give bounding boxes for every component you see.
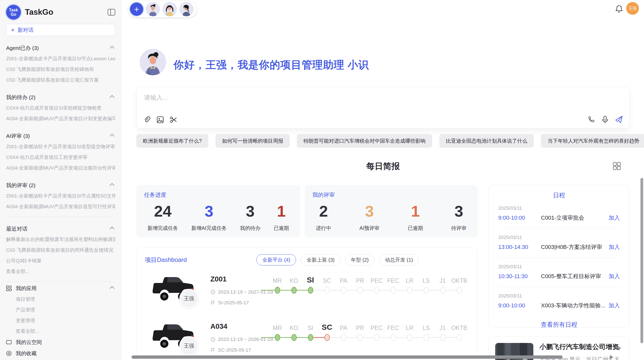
milestone-dot bbox=[407, 287, 412, 294]
milestone[interactable]: LR bbox=[401, 321, 418, 342]
sidebar-item[interactable]: Z001-全新燃油皮卡产品开发项目SI节点Lesson Learn报告 bbox=[6, 53, 115, 64]
filter-chip[interactable]: 年型 (2) bbox=[345, 254, 374, 265]
scroll-down-arrow[interactable] bbox=[617, 347, 621, 351]
chat-input-card[interactable]: 请输入... bbox=[136, 87, 630, 128]
chat-input-placeholder[interactable]: 请输入... bbox=[144, 94, 168, 102]
sidebar-section-header[interactable]: Agent已办 (3) bbox=[6, 43, 115, 53]
suggestion-chip[interactable]: 比亚迪全固态电池计划具体说了什么 bbox=[439, 134, 534, 148]
horizontal-scrollbar-thumb[interactable] bbox=[131, 355, 563, 359]
app-logo[interactable]: Task Go bbox=[6, 5, 21, 20]
filter-chip[interactable]: 全新上装 (3) bbox=[301, 254, 340, 265]
milestone[interactable]: MR bbox=[269, 321, 286, 342]
sidebar-section-header[interactable]: 我的评审 (2) bbox=[6, 180, 115, 191]
sidebar-item[interactable]: C02-飞腾新能源轻客改款项目立项汇报方案 bbox=[6, 75, 115, 85]
sidebar-item-my-apps[interactable]: 我的应用 bbox=[6, 283, 115, 294]
recent-conversation-item[interactable]: 解释最新出台的欧盟报废车法规再生塑料比例被调至15%... bbox=[6, 234, 115, 245]
milestone[interactable]: LS bbox=[418, 321, 434, 342]
milestone[interactable]: KO bbox=[286, 274, 302, 295]
filter-chip[interactable]: 全新平台 (4) bbox=[256, 254, 296, 265]
stat-item[interactable]: 1 已逾期 bbox=[274, 203, 289, 232]
suggestion-chip[interactable]: 当下年轻人对汽车外观有怎样的喜好趋势 bbox=[541, 134, 644, 148]
milestone[interactable]: LS bbox=[418, 274, 434, 295]
scissors-icon[interactable] bbox=[170, 116, 177, 124]
sidebar-item[interactable]: A034-全新新能源MUV产品开发项目法规符合性评审 bbox=[6, 163, 115, 173]
milestone[interactable]: PEC bbox=[368, 321, 385, 342]
member-avatar-3[interactable] bbox=[179, 2, 194, 16]
stat-item[interactable]: 24 新增完成任务 bbox=[148, 203, 178, 232]
suggestion-chip[interactable]: 欧洲新规最近颁布了什么? bbox=[136, 134, 208, 148]
app-subitem[interactable]: 变更管理 bbox=[16, 315, 115, 326]
milestone[interactable]: SI bbox=[302, 321, 319, 342]
sidebar-item-cloud-space[interactable]: 我的云空间 bbox=[6, 337, 115, 348]
stat-item[interactable]: 1 已逾期 bbox=[408, 203, 423, 232]
stat-item[interactable]: 3 我的待办 bbox=[240, 203, 260, 232]
sidebar-section-header[interactable]: AI评审 (3) bbox=[6, 131, 115, 141]
milestone[interactable]: OKTB bbox=[451, 274, 467, 295]
milestone[interactable]: KO bbox=[286, 321, 302, 342]
add-member-button[interactable]: + bbox=[130, 3, 143, 16]
milestone[interactable]: J1 bbox=[434, 274, 451, 295]
view-all-schedule-link[interactable]: 查看所有日程 bbox=[489, 321, 630, 329]
phone-call-icon[interactable] bbox=[588, 116, 595, 123]
attachment-icon[interactable] bbox=[143, 116, 151, 124]
sidebar-item[interactable]: Z001-全新燃油轻卡产品开发项目SI造型提交物评审 bbox=[6, 141, 115, 152]
app-subitem[interactable]: 项目管理 bbox=[16, 294, 115, 305]
sidebar-item[interactable]: C0X4-动力总成开发项目SI里程碑提交物检查 bbox=[6, 103, 115, 113]
filter-chip[interactable]: 动总开发 (1) bbox=[379, 254, 419, 265]
app-subitem[interactable]: 查看全部... bbox=[16, 326, 115, 337]
member-avatar-2[interactable] bbox=[163, 2, 177, 16]
milestone[interactable]: SC bbox=[319, 321, 335, 342]
stat-item[interactable]: 3 新增AI完成任务 bbox=[191, 203, 227, 232]
send-icon[interactable] bbox=[615, 115, 623, 124]
scroll-right-arrow[interactable] bbox=[610, 355, 613, 359]
join-meeting-link[interactable]: 加入 bbox=[609, 302, 620, 309]
stat-item[interactable]: 2 进行中 bbox=[316, 203, 331, 232]
app-subitem[interactable]: 产品管理 bbox=[16, 305, 115, 315]
sidebar-section-header[interactable]: 我的待办 (2) bbox=[6, 92, 115, 103]
sidebar-item[interactable]: A034-全新新能源MUV产品开发项目造型可行性评审 bbox=[6, 201, 115, 212]
new-chat-button[interactable]: + 新对话 bbox=[6, 24, 115, 36]
user-avatar[interactable]: 王强 bbox=[626, 2, 639, 15]
milestone[interactable]: PR bbox=[352, 274, 368, 295]
sidebar-item[interactable]: Z001-全新燃油轻卡产品开发项目SI节点属性5D文件评审 bbox=[6, 191, 115, 201]
sidebar-item[interactable]: C0X4-动力总成开发项目工程变更评审 bbox=[6, 152, 115, 163]
milestone[interactable]: SC bbox=[319, 274, 335, 295]
milestone[interactable]: J1 bbox=[434, 321, 451, 342]
milestone[interactable]: FEC bbox=[385, 274, 401, 295]
notifications-bell-icon[interactable] bbox=[615, 5, 623, 13]
milestone[interactable]: PR bbox=[352, 321, 368, 342]
sidebar-item[interactable]: A034-全新新能源MUV产品开发项目计划变更表编写 bbox=[6, 113, 115, 124]
recent-conversation-item[interactable]: 查看全部... bbox=[6, 266, 115, 277]
join-meeting-link[interactable]: 加入 bbox=[609, 243, 620, 251]
sidebar-item[interactable]: C02-飞腾新能源轻客改款项目里程碑画布 bbox=[6, 64, 115, 75]
project-row[interactable]: 王强 A034 2023-12-19 ~ 2026-01-19 SC-2025-… bbox=[137, 320, 477, 360]
milestone[interactable]: OKTB bbox=[451, 321, 467, 342]
milestone-dot bbox=[308, 287, 313, 294]
milestone-dot bbox=[374, 287, 379, 294]
milestone[interactable]: PA bbox=[335, 274, 352, 295]
join-meeting-link[interactable]: 加入 bbox=[609, 273, 620, 280]
milestone[interactable]: LR bbox=[401, 274, 418, 295]
stat-item[interactable]: 3 待评审 bbox=[451, 203, 466, 232]
stat-item[interactable]: 3 AI预评审 bbox=[359, 203, 379, 232]
sidebar-item-favorites[interactable]: 我的收藏 bbox=[6, 348, 115, 359]
milestone[interactable]: SI bbox=[302, 274, 319, 295]
milestone[interactable]: PA bbox=[335, 321, 352, 342]
image-icon[interactable] bbox=[156, 116, 164, 124]
vertical-scrollbar-thumb[interactable] bbox=[640, 178, 643, 343]
milestone[interactable]: MR bbox=[269, 274, 286, 295]
sidebar-collapse-icon[interactable] bbox=[108, 9, 115, 16]
recent-conversation-item[interactable]: 公司Q3轻卡销量 bbox=[6, 256, 115, 266]
microphone-icon[interactable] bbox=[602, 116, 609, 123]
milestone-dot bbox=[390, 287, 396, 294]
suggestion-chip[interactable]: 特朗普可能对进口汽车增税会对中国车企造成哪些影响 bbox=[297, 134, 432, 148]
project-row[interactable]: 王强 Z001 2023-12-19 ~ 2027-01-19 SI-2025-… bbox=[137, 273, 477, 313]
member-avatar-1[interactable] bbox=[146, 2, 160, 16]
layout-grid-icon[interactable] bbox=[612, 162, 621, 170]
suggestion-chip[interactable]: 如何写一份清晰的项目周报 bbox=[215, 134, 290, 148]
join-meeting-link[interactable]: 加入 bbox=[609, 214, 620, 222]
recent-conversation-item[interactable]: C02-飞腾新能源轻客改款项目的闭环通告反馈情况 bbox=[6, 245, 115, 256]
recent-section-header[interactable]: 最近对话 bbox=[6, 223, 115, 234]
milestone[interactable]: FEC bbox=[385, 321, 401, 342]
milestone[interactable]: PEC bbox=[368, 274, 385, 295]
